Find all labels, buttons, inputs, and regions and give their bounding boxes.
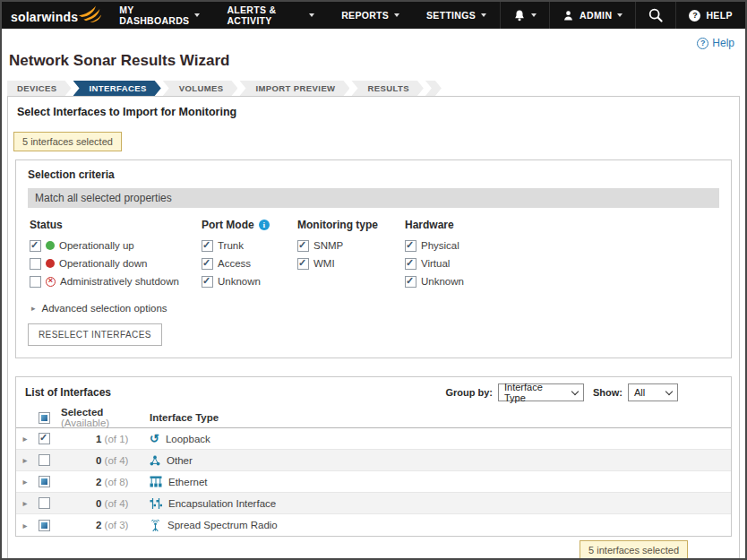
criteria-column-port-mode: Port Mode i Trunk Access Unknown [202,219,297,293]
status-down-icon [46,259,55,268]
solarwinds-logo-text: solarwinds [11,10,78,24]
list-header: List of Interfaces Group by: Interface T… [16,377,731,408]
expand-arrow-icon[interactable] [22,434,27,444]
interface-type-label: Other [167,455,193,466]
selection-criteria-title: Selection criteria [28,168,719,181]
help-label: HELP [706,10,733,21]
table-row: 0 (of 4) Other [16,450,731,471]
page-title: Network Sonar Results Wizard [9,52,745,70]
criteria-item-label: SNMP [313,240,343,251]
criteria-item-label: Unknown [421,276,464,287]
wmi-checkbox[interactable] [297,258,309,270]
menu-reports[interactable]: REPORTS [328,2,413,29]
administratively-shutdown-checkbox[interactable] [30,276,41,288]
criteria-item: Virtual [405,257,539,270]
snmp-checkbox[interactable] [297,240,309,252]
menu-label: ALERTS & ACTIVITY [227,4,304,26]
selected-count-badge: 5 interfaces selected [580,540,688,560]
row-checkbox[interactable] [39,454,50,466]
selected-count: 0 [96,455,101,466]
step-devices[interactable]: DEVICES [7,81,72,96]
operationally-down-checkbox[interactable] [30,258,41,270]
interface-type-label: Spread Spectrum Radio [167,520,278,530]
access-checkbox[interactable] [202,258,213,270]
reselect-interfaces-button[interactable]: RESELECT INTERFACES [28,323,162,346]
show-value: All [634,387,645,398]
operationally-up-checkbox[interactable] [30,240,41,252]
page-help-link[interactable]: ? Help [697,36,734,50]
advanced-options-label: Advanced selection options [42,303,167,314]
menu-label: REPORTS [341,10,389,21]
row-checkbox[interactable] [39,476,50,487]
criteria-item-label: Virtual [421,258,450,269]
physical-checkbox[interactable] [405,240,416,252]
expand-arrow-icon[interactable] [22,498,27,508]
search-button[interactable] [635,2,675,29]
table-row: 1 (of 1) Loopback [16,428,731,450]
step-results[interactable]: RESULTS [351,81,423,96]
step-label: VOLUMES [179,83,224,93]
chevron-down-icon [194,13,200,17]
expand-arrow-icon[interactable] [22,521,27,530]
user-icon [562,10,574,22]
virtual-checkbox[interactable] [405,258,416,270]
help-button[interactable]: ? HELP [675,2,745,29]
criteria-item: Unknown [202,275,297,288]
help-question-icon: ? [689,10,700,22]
menu-settings[interactable]: SETTINGS [413,2,500,29]
available-count: (of 8) [105,477,129,487]
admin-menu-button[interactable]: ADMIN [549,2,635,29]
port-unknown-checkbox[interactable] [202,276,213,288]
top-nav-bar: solarwinds MY DASHBOARDS ALERTS & ACTIVI… [2,2,745,29]
bell-icon [513,9,526,22]
step-import-preview[interactable]: IMPORT PREVIEW [239,81,349,96]
group-by-value: Interface Type [504,382,565,403]
row-checkbox[interactable] [39,520,50,531]
wizard-content-panel: Select Interfaces to Import for Monitori… [7,96,740,560]
hardware-unknown-checkbox[interactable] [405,276,416,288]
select-all-checkbox[interactable] [39,412,50,424]
available-count: (of 4) [105,498,129,509]
info-icon[interactable]: i [259,220,270,230]
row-checkbox[interactable] [39,497,50,509]
menu-alerts-activity[interactable]: ALERTS & ACTIVITY [213,2,328,29]
interface-type-label: Loopback [166,434,210,444]
menu-my-dashboards[interactable]: MY DASHBOARDS [106,2,213,29]
chevron-down-icon [617,13,622,17]
ethernet-icon [150,476,162,487]
help-link-label: Help [712,37,734,49]
step-label: DEVICES [17,83,57,93]
show-select[interactable]: All [628,383,678,401]
solarwinds-logo[interactable]: solarwinds [2,2,106,29]
selected-count: 0 [96,498,101,509]
table-row: 2 (of 8) Ethernet [16,471,731,493]
step-interfaces[interactable]: INTERFACES [73,81,161,96]
table-row: 2 (of 3) Spread Spectrum Radio [16,514,731,536]
criteria-item-label: Operationally down [59,258,147,269]
criteria-item: Unknown [405,275,539,288]
criteria-item: Access [202,257,297,270]
criteria-item: Operationally up [30,239,202,252]
advanced-selection-options-expander[interactable]: Advanced selection options [31,303,719,314]
criteria-item-label: Operationally up [59,240,134,251]
group-by-label: Group by: [445,387,493,398]
step-volumes[interactable]: VOLUMES [163,81,238,96]
loopback-icon [150,434,159,444]
expand-arrow-icon[interactable] [22,477,27,487]
criteria-column-status: Status Operationally up Operationally do… [30,219,202,293]
expand-arrow-icon[interactable] [22,455,27,465]
column-interface-type: Interface Type [150,412,219,423]
encapsulation-icon [150,498,162,509]
step-label: RESULTS [367,83,408,93]
column-selected: Selected [61,407,103,418]
group-by-select[interactable]: Interface Type [498,383,584,401]
list-controls: Group by: Interface Type Show: All [445,383,678,401]
trunk-checkbox[interactable] [202,240,213,252]
criteria-item-label: Physical [421,240,459,251]
row-checkbox[interactable] [39,433,50,444]
interface-type-label: Encapsulation Interface [168,498,276,509]
list-of-interfaces-box: List of Interfaces Group by: Interface T… [15,376,732,537]
wizard-steps: DEVICES INTERFACES VOLUMES IMPORT PREVIE… [7,81,745,96]
notifications-button[interactable] [500,2,549,29]
criteria-item: Administratively shutdown [30,275,202,288]
